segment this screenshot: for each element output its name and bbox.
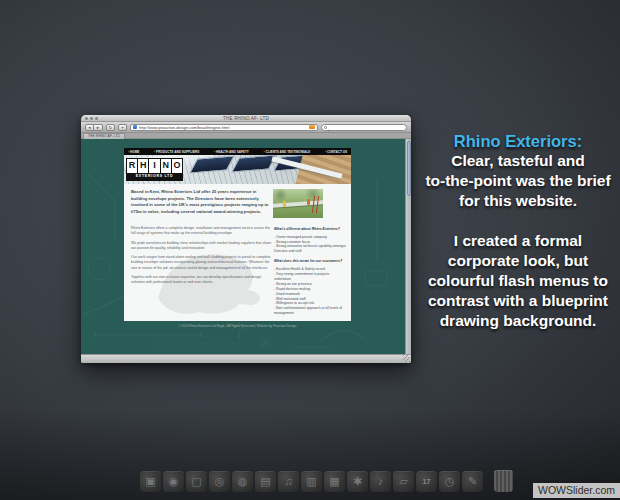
construction-site-photo xyxy=(273,189,323,218)
site-footer: © 2010 Rhino Exteriors Ltd Regd. | All R… xyxy=(124,324,351,328)
bullet-heading-2: What does this mean for our customers? xyxy=(274,259,346,264)
search-icon xyxy=(324,126,327,129)
desktop-background: Rhino Exteriors: Clear, tasteful and to-… xyxy=(0,0,620,500)
browser-window: THE RHINO AF- LTD ◂ ▸ ↻ + http://www.pro… xyxy=(81,115,411,363)
bullet-list-2: - Excellent Health & Safety record - Ver… xyxy=(274,267,346,316)
dock-icon-imovie[interactable]: ▥ xyxy=(301,471,322,492)
body-paragraph: Together with our own in-house expertise… xyxy=(131,275,274,286)
back-button[interactable]: ◂ xyxy=(85,124,94,131)
chevron-icon: › xyxy=(128,150,129,154)
dock-icon-folder[interactable]: ▱ xyxy=(393,471,414,492)
body-paragraph: Our work ranges from stand-alone roofing… xyxy=(131,255,274,271)
scrollbar-thumb[interactable] xyxy=(407,141,412,196)
forward-button[interactable]: ▸ xyxy=(94,124,103,131)
bullet-column: What's different about Rhino Exteriors? … xyxy=(274,227,346,321)
caption-block: Rhino Exteriors: Clear, tasteful and to-… xyxy=(413,131,620,351)
browser-toolbar: ◂ ▸ ↻ + http://www.proaction-design.com/… xyxy=(81,122,411,133)
bullet-heading-1: What's different about Rhino Exteriors? xyxy=(274,227,346,232)
caption-paragraph-1: Clear, tasteful and to-the-point was the… xyxy=(413,151,620,211)
dock-icon-garageband[interactable]: ♫ xyxy=(278,471,299,492)
nav-item-clients[interactable]: ›CLIENTS AND TESTIMONIALS xyxy=(264,150,311,154)
dock-icon-music[interactable]: ♪ xyxy=(370,471,391,492)
search-input[interactable] xyxy=(321,124,407,131)
bullet-item: - Strong innovative technical capability… xyxy=(274,244,346,254)
rhino-exteriors-logo[interactable]: RHINO EXTERIORS LTD xyxy=(126,158,183,181)
site-content-column: ›HOME ›PRODUCTS AND SUPPLIERS ›HEALTH AN… xyxy=(124,139,351,354)
dock-icon-disc[interactable]: ◍ xyxy=(232,471,253,492)
address-bar[interactable]: http://www.proaction-design.com/brazil/e… xyxy=(130,124,318,131)
dock-icon-dvd[interactable]: ◎ xyxy=(209,471,230,492)
rss-icon[interactable] xyxy=(309,125,315,130)
url-text[interactable]: http://www.proaction-design.com/brazil/e… xyxy=(139,125,307,130)
dock: ▣ ◉ ▢ ◎ ◍ ▤ ♫ ▥ ▦ ✱ ♪ ▱ 17 ◷ ✎ xyxy=(140,470,513,492)
nav-item-health-safety[interactable]: ›HEALTH AND SAFETY xyxy=(214,150,249,154)
vertical-scrollbar[interactable] xyxy=(405,139,411,354)
dock-icon-film[interactable]: ▦ xyxy=(324,471,345,492)
dock-icon-clock[interactable]: ◷ xyxy=(439,471,460,492)
reload-button[interactable]: ↻ xyxy=(106,124,115,131)
ladder xyxy=(312,196,319,214)
body-paragraph: Rhino Exteriors offers a complete design… xyxy=(131,226,274,237)
dock-icon-preview[interactable]: ▢ xyxy=(186,471,207,492)
worker-figure xyxy=(307,199,310,205)
site-favicon xyxy=(133,125,137,129)
dock-icon-calendar[interactable]: 17 xyxy=(416,471,437,492)
body-text-column: Rhino Exteriors offers a complete design… xyxy=(131,226,274,289)
header-banner-photo: RHINO EXTERIORS LTD xyxy=(124,155,351,184)
bullet-item: - Non confrontational approach at all le… xyxy=(274,306,346,316)
intro-paragraph: Based in Kent, Rhino Exteriors Ltd offer… xyxy=(131,189,271,215)
body-paragraph: We pride ourselves on building close rel… xyxy=(131,241,274,252)
nav-item-home[interactable]: ›HOME xyxy=(128,150,139,154)
caption-title: Rhino Exteriors: xyxy=(413,131,620,151)
browser-tab[interactable]: THE RHINO AF- LTD xyxy=(83,133,125,139)
logo-subtitle: EXTERIORS LTD xyxy=(127,173,182,180)
worker-figure xyxy=(283,201,286,207)
page-viewport: ›HOME ›PRODUCTS AND SUPPLIERS ›HEALTH AN… xyxy=(81,139,411,354)
window-title: THE RHINO AF- LTD xyxy=(81,115,411,122)
dock-icon-settings-gear[interactable]: ✱ xyxy=(347,471,368,492)
chevron-icon: › xyxy=(325,150,326,154)
nav-item-products[interactable]: ›PRODUCTS AND SUPPLIERS xyxy=(154,150,199,154)
browser-titlebar[interactable]: THE RHINO AF- LTD xyxy=(81,115,411,122)
dock-icon-photos[interactable]: ▣ xyxy=(140,471,161,492)
trash-icon[interactable] xyxy=(494,470,513,492)
content-panel: Based in Kent, Rhino Exteriors Ltd offer… xyxy=(124,184,351,321)
dock-icon-notes[interactable]: ✎ xyxy=(462,471,483,492)
bullet-item: - Very strong commitment to projects und… xyxy=(274,272,346,282)
browser-statusbar xyxy=(81,354,411,363)
bullet-list-1: - Owner managed private company - Strong… xyxy=(274,235,346,255)
add-bookmark-button[interactable]: + xyxy=(118,124,127,131)
site-nav-menu: ›HOME ›PRODUCTS AND SUPPLIERS ›HEALTH AN… xyxy=(124,148,351,155)
nav-item-contact[interactable]: ›CONTACT US xyxy=(325,150,347,154)
logo-letters: RHINO xyxy=(127,159,182,173)
chevron-icon: › xyxy=(154,150,155,154)
dock-icon-camera[interactable]: ◉ xyxy=(163,471,184,492)
wowslider-watermark[interactable]: WOWSlider.com xyxy=(533,483,620,498)
history-buttons: ◂ ▸ xyxy=(85,124,103,131)
chevron-icon: › xyxy=(214,150,215,154)
dock-icon-book[interactable]: ▤ xyxy=(255,471,276,492)
caption-paragraph-2: I created a formal corporate look, but c… xyxy=(413,231,620,331)
chevron-icon: › xyxy=(264,150,265,154)
